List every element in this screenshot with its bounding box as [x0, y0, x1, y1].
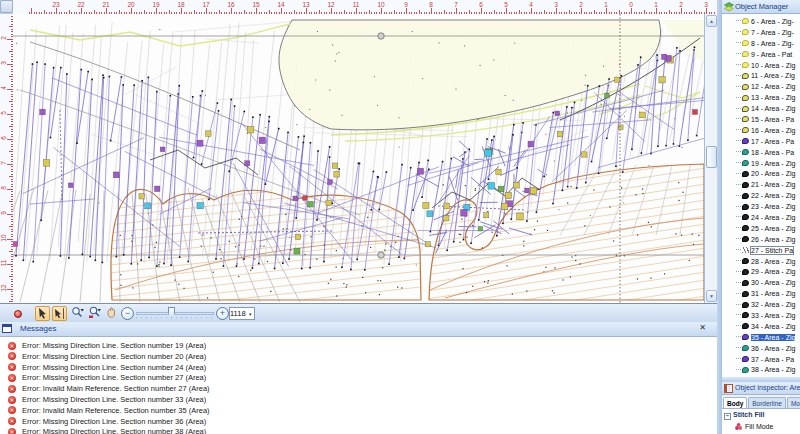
- error-message-row[interactable]: ✕Error: Invalid Main Reference. Section …: [8, 405, 210, 416]
- area-bubble-icon: [742, 323, 749, 329]
- zoom-out-button[interactable]: −: [121, 307, 134, 320]
- object-item-label: 34 - Area - Zig: [751, 323, 795, 330]
- ruler-number: 0: [625, 1, 637, 8]
- object-item-label: 15 - Area - Pa: [751, 116, 794, 123]
- error-message-row[interactable]: ✕Error: Missing Direction Line. Section …: [8, 340, 206, 351]
- close-icon[interactable]: ✕: [697, 323, 708, 332]
- scroll-down-button[interactable]: ▼: [706, 290, 717, 302]
- error-message-row[interactable]: ✕Error: Missing Direction Line. Section …: [8, 372, 206, 383]
- object-list-item[interactable]: 14 - Area - Zig: [722, 103, 800, 114]
- ruler-corner-button[interactable]: [0, 0, 13, 13]
- object-list-item[interactable]: 9 - Area - Pat: [722, 49, 800, 60]
- object-list-item[interactable]: 12 - Area - Zig: [722, 81, 800, 92]
- object-list-item[interactable]: 37 - Area - Pa: [722, 354, 800, 365]
- scrollbar-thumb[interactable]: [706, 146, 717, 168]
- object-list: 6 - Area - Zig-7 - Area - Zig-8 - Area -…: [722, 16, 800, 375]
- edit-select-tool-button[interactable]: [52, 306, 67, 321]
- object-list-item[interactable]: 6 - Area - Zig-: [722, 16, 800, 27]
- object-list-item[interactable]: 15 - Area - Pa: [722, 114, 800, 125]
- error-icon: ✕: [8, 396, 16, 404]
- object-list-item[interactable]: 31 - Area - Zig: [722, 288, 800, 299]
- tree-item-fill-mode[interactable]: Fill Mode: [722, 420, 800, 431]
- object-manager-header[interactable]: Object Manager: [722, 0, 800, 14]
- cursor-line-icon: [53, 307, 66, 320]
- object-list-item[interactable]: 28 - Area - Zig: [722, 256, 800, 267]
- object-list-item[interactable]: 23 - Area - Zig: [722, 201, 800, 212]
- error-message-row[interactable]: ✕Error: Missing Direction Line. Section …: [8, 426, 206, 434]
- object-list-item[interactable]: 29 - Area - Zig: [722, 266, 800, 277]
- object-list-item[interactable]: 36 - Area - Zig: [722, 343, 800, 354]
- object-item-label: 29 - Area - Zig: [751, 268, 795, 275]
- tab-borderline[interactable]: Borderline: [748, 397, 786, 408]
- select-tool-button[interactable]: [35, 306, 50, 321]
- object-list-item[interactable]: 38 - Area - Zig: [722, 365, 800, 376]
- ruler-number: 5: [500, 1, 512, 8]
- zoom-level-combobox[interactable]: 1118 ▾: [229, 307, 255, 320]
- canvas-vertical-scrollbar[interactable]: ▲ ▼: [704, 14, 717, 303]
- zoom-level-value[interactable]: 1118: [230, 309, 247, 318]
- zoom-in-button[interactable]: +: [216, 307, 229, 320]
- tab-more[interactable]: More: [787, 397, 800, 408]
- tab-body[interactable]: Body: [723, 397, 747, 408]
- ruler-number: 16: [225, 1, 237, 8]
- hand-icon: [105, 306, 118, 319]
- error-icon: ✕: [8, 417, 16, 425]
- area-bubble-icon: [742, 302, 749, 308]
- tree-group-stitch-fill[interactable]: −Stitch Fill: [722, 409, 800, 420]
- ruler-number: 12: [325, 1, 337, 8]
- slider-track[interactable]: [136, 312, 214, 315]
- object-list-item[interactable]: 35 - Area - Zig: [722, 332, 800, 343]
- object-inspector-header[interactable]: Object Inspector: Are: [722, 382, 800, 395]
- zoom-slider[interactable]: [136, 304, 214, 323]
- object-list-item[interactable]: 11 - Area - Zig: [722, 70, 800, 81]
- area-bubble-icon: [742, 334, 749, 340]
- object-list-item[interactable]: 8 - Area - Zig-: [722, 38, 800, 49]
- red-dot-icon[interactable]: [14, 310, 22, 318]
- error-icon: ✕: [8, 342, 16, 350]
- object-list-item[interactable]: 20 - Area - Zig: [722, 168, 800, 179]
- object-list-item[interactable]: 26 - Area - Zig: [722, 234, 800, 245]
- zoom-tool-button[interactable]: [71, 306, 86, 321]
- magnifier-icon: [71, 306, 85, 320]
- object-list-item[interactable]: 22 - Area - Zig: [722, 190, 800, 201]
- error-message-row[interactable]: ✕Error: Missing Direction Line. Section …: [8, 362, 206, 373]
- design-canvas[interactable]: [13, 14, 704, 303]
- object-list-item[interactable]: 16 - Area - Zig: [722, 125, 800, 136]
- pan-tool-button[interactable]: [105, 306, 120, 321]
- object-manager-panel: Object Manager 6 - Area - Zig-7 - Area -…: [722, 0, 800, 377]
- object-list-item[interactable]: 18 - Area - Pa: [722, 147, 800, 158]
- object-list-item[interactable]: 17 - Area - Pa: [722, 136, 800, 147]
- error-message-row[interactable]: ✕Error: Invalid Main Reference. Section …: [8, 383, 210, 394]
- collapse-expander-icon[interactable]: −: [724, 413, 731, 420]
- object-list-item[interactable]: 10 - Area - Zig: [722, 60, 800, 71]
- error-message-row[interactable]: ✕Error: Missing Direction Line. Section …: [8, 416, 206, 427]
- object-list-item[interactable]: 25 - Area - Zig: [722, 223, 800, 234]
- object-list-item[interactable]: 21 - Area - Zig: [722, 179, 800, 190]
- zoom-previous-button[interactable]: [88, 306, 103, 321]
- ruler-number: 23: [50, 1, 62, 8]
- error-message-row[interactable]: ✕Error: Missing Direction Line. Section …: [8, 351, 206, 362]
- object-list-item[interactable]: 30 - Area - Zig: [722, 277, 800, 288]
- object-list-item[interactable]: 33 - Area - Zig: [722, 310, 800, 321]
- error-message-text: Error: Missing Direction Line. Section n…: [22, 341, 206, 350]
- object-list-item[interactable]: 27 - Stitch Pa: [722, 245, 800, 256]
- object-list-item[interactable]: 19 - Area - Zig: [722, 158, 800, 169]
- chevron-down-icon[interactable]: ▾: [247, 311, 254, 317]
- area-bubble-icon: [742, 127, 749, 133]
- object-list-item[interactable]: 32 - Area - Zig: [722, 299, 800, 310]
- object-list-item[interactable]: 34 - Area - Zig: [722, 321, 800, 332]
- scroll-up-button[interactable]: ▲: [706, 15, 717, 27]
- messages-panel-header[interactable]: Messages ✕: [0, 322, 717, 337]
- object-list-item[interactable]: 7 - Area - Zig-: [722, 27, 800, 38]
- object-list-item[interactable]: 13 - Area - Zig: [722, 92, 800, 103]
- area-bubble-icon: [742, 345, 749, 351]
- error-message-row[interactable]: ✕Error: Missing Direction Line. Section …: [8, 394, 206, 405]
- window-icon: [2, 324, 12, 333]
- messages-panel: Messages ✕ ✕Error: Missing Direction Lin…: [0, 322, 717, 434]
- ruler-number: 8: [425, 1, 437, 8]
- ruler-number: 14: [275, 1, 287, 8]
- object-list-item[interactable]: 24 - Area - Zig: [722, 212, 800, 223]
- fill-mode-label: Fill Mode: [745, 423, 773, 430]
- object-item-label: 25 - Area - Zig: [751, 225, 795, 232]
- area-bubble-icon: [742, 149, 749, 155]
